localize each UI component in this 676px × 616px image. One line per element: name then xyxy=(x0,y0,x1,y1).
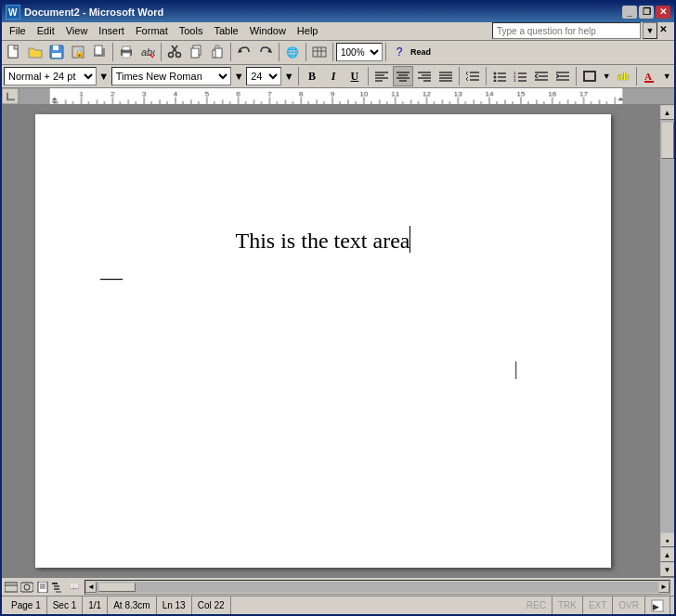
menu-format[interactable]: Format xyxy=(130,23,174,38)
open-button[interactable] xyxy=(25,42,46,62)
help-search-input[interactable] xyxy=(492,22,641,39)
help-close-button[interactable]: ✕ xyxy=(659,24,672,37)
style-dropdown[interactable]: Normal + 24 pt xyxy=(4,67,97,85)
toolbar-separator-4 xyxy=(279,43,280,61)
save-button[interactable] xyxy=(46,42,67,62)
align-left-button[interactable] xyxy=(371,66,392,86)
svg-rect-71 xyxy=(5,583,18,592)
scroll-right-button[interactable]: ► xyxy=(658,582,670,593)
font-size-dropdown[interactable]: 24 xyxy=(246,67,281,85)
svg-text:A: A xyxy=(644,71,652,82)
bold-button[interactable]: B xyxy=(302,66,322,86)
h-scroll-thumb[interactable] xyxy=(98,583,136,592)
text-cursor xyxy=(410,226,410,253)
svg-point-74 xyxy=(24,584,30,590)
document-page[interactable]: This is the text area — | xyxy=(35,114,611,568)
status-trk: TRK xyxy=(552,596,583,614)
prev-page-button[interactable]: ▲ xyxy=(660,547,675,562)
font-color-arrow[interactable]: ▼ xyxy=(661,66,672,86)
undo-button[interactable] xyxy=(234,42,254,62)
redo-button[interactable] xyxy=(255,42,276,62)
status-page-of: 1/1 xyxy=(83,596,108,614)
read-button[interactable]: Read xyxy=(410,42,431,62)
svg-text:🌐: 🌐 xyxy=(286,46,299,59)
outline-view-button[interactable] xyxy=(51,580,66,595)
scroll-track[interactable] xyxy=(660,120,675,532)
font-dropdown-arrow[interactable]: ▼ xyxy=(232,66,245,86)
copy-button[interactable] xyxy=(186,42,206,62)
fmt-sep-1 xyxy=(298,67,299,85)
print-button[interactable] xyxy=(116,42,136,62)
numbering-button[interactable]: 1.2.3. xyxy=(511,66,531,86)
menu-window[interactable]: Window xyxy=(244,23,292,38)
next-page-button[interactable]: ▼ xyxy=(660,562,675,577)
line-spacing-button[interactable] xyxy=(462,66,483,86)
style-dropdown-arrow[interactable]: ▼ xyxy=(98,66,110,86)
italic-button[interactable]: I xyxy=(323,66,344,86)
menu-table[interactable]: Table xyxy=(208,23,243,38)
document-scroll-area[interactable]: This is the text area — | xyxy=(2,105,659,577)
help-button[interactable]: ? xyxy=(389,42,410,62)
horizontal-scrollbar[interactable]: ◄ ► xyxy=(84,580,670,595)
align-right-button[interactable] xyxy=(414,66,435,86)
font-size-arrow[interactable]: ▼ xyxy=(282,66,295,86)
menu-help[interactable]: Help xyxy=(292,23,324,38)
zoom-dropdown[interactable]: 100% xyxy=(336,43,383,61)
new-button[interactable] xyxy=(4,42,24,62)
highlight-button[interactable]: ab xyxy=(613,66,633,86)
fmt-sep-3 xyxy=(459,67,460,85)
svg-rect-13 xyxy=(123,53,130,58)
status-section: Sec 1 xyxy=(47,596,84,614)
font-color-button[interactable]: A xyxy=(640,66,660,86)
spell-check-button[interactable]: abc xyxy=(137,42,158,62)
toolbar-separator-6 xyxy=(332,43,333,61)
reading-view-button[interactable]: 📖 xyxy=(67,580,82,595)
increase-indent-button[interactable] xyxy=(552,66,573,86)
paste-button[interactable] xyxy=(207,42,228,62)
scroll-thumb[interactable] xyxy=(661,122,674,159)
document-content[interactable]: This is the text area — | xyxy=(91,151,555,430)
hyperlink-button[interactable]: 🌐 xyxy=(282,42,303,62)
toolbar-separator-2 xyxy=(161,43,162,61)
outside-border-button[interactable] xyxy=(579,66,600,86)
h-scroll-track[interactable] xyxy=(97,582,658,593)
restore-button[interactable]: ❐ xyxy=(639,6,654,19)
help-dropdown-button[interactable]: ▼ xyxy=(643,22,657,39)
scroll-left-button[interactable]: ◄ xyxy=(85,582,97,593)
menu-tools[interactable]: Tools xyxy=(174,23,209,38)
select-browse-object-button[interactable]: ● xyxy=(660,532,675,547)
table-button[interactable] xyxy=(309,42,330,62)
font-dropdown[interactable]: Times New Roman xyxy=(111,67,232,85)
bottom-toolbar: 📖 ◄ ► xyxy=(2,577,674,596)
justify-button[interactable] xyxy=(436,66,456,86)
svg-text:🔒: 🔒 xyxy=(74,47,85,59)
ibeam-cursor: | xyxy=(514,356,518,380)
close-button[interactable]: ✕ xyxy=(656,6,670,19)
svg-text:W: W xyxy=(8,7,18,18)
underline-button[interactable]: U xyxy=(344,66,365,86)
svg-marker-24 xyxy=(238,48,242,53)
border-dropdown-arrow[interactable]: ▼ xyxy=(601,66,612,86)
minimize-button[interactable]: _ xyxy=(622,6,637,19)
print-layout-button[interactable] xyxy=(35,580,50,595)
bullets-button[interactable] xyxy=(489,66,510,86)
svg-rect-70 xyxy=(644,81,654,83)
print-preview-button[interactable] xyxy=(89,42,110,62)
menu-view[interactable]: View xyxy=(60,23,94,38)
align-center-button[interactable] xyxy=(393,66,413,86)
menu-file[interactable]: File xyxy=(4,23,32,38)
menu-insert[interactable]: Insert xyxy=(93,23,130,38)
web-view-button[interactable] xyxy=(20,580,34,595)
menu-edit[interactable]: Edit xyxy=(32,23,60,38)
title-bar: W Document2 - Microsoft Word _ ❐ ✕ xyxy=(2,2,674,22)
cut-button[interactable] xyxy=(164,42,185,62)
normal-view-button[interactable] xyxy=(4,580,19,595)
permission-button[interactable]: 🔒 xyxy=(68,42,88,62)
title-bar-buttons: _ ❐ ✕ xyxy=(622,6,670,19)
svg-point-51 xyxy=(493,76,496,79)
svg-rect-68 xyxy=(584,72,595,81)
status-ln: Ln 13 xyxy=(157,596,192,614)
scroll-up-button[interactable]: ▲ xyxy=(660,105,675,120)
decrease-indent-button[interactable] xyxy=(531,66,552,86)
help-box: ▼ ✕ xyxy=(492,22,672,39)
